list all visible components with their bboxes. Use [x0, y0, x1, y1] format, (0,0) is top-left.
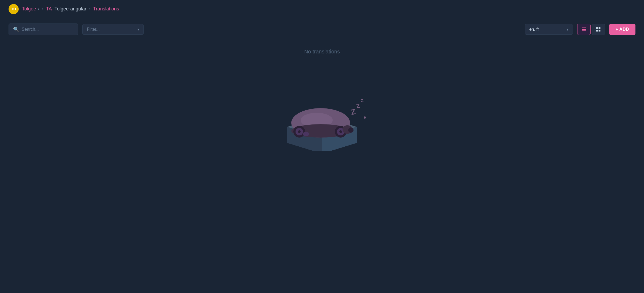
- org-breadcrumb[interactable]: Tolgee ▾: [22, 6, 39, 12]
- svg-text:Z: Z: [360, 98, 364, 103]
- svg-point-16: [298, 130, 301, 133]
- empty-state-text: No translations: [304, 49, 340, 55]
- org-dropdown-icon: ▾: [38, 7, 39, 11]
- list-icon: [581, 27, 587, 32]
- sleeping-robot-svg: Z Z Z: [253, 65, 391, 151]
- breadcrumb: Tolgee ▾ › TA Tolgee-angular › Translati…: [22, 6, 119, 12]
- view-toggle-group: [577, 24, 605, 35]
- svg-rect-3: [596, 27, 598, 29]
- header: TO Tolgee ▾ › TA Tolgee-angular › Transl…: [0, 0, 644, 18]
- language-selector[interactable]: en, fr ▾: [525, 24, 573, 35]
- project-avatar[interactable]: TA: [46, 6, 52, 12]
- search-icon: 🔍: [13, 26, 19, 32]
- current-page-breadcrumb: Translations: [93, 6, 119, 12]
- svg-text:Z: Z: [356, 102, 361, 110]
- svg-point-21: [348, 127, 354, 133]
- svg-point-19: [339, 130, 342, 133]
- svg-rect-1: [582, 29, 586, 30]
- add-button[interactable]: + ADD: [609, 24, 635, 35]
- svg-rect-2: [582, 30, 586, 31]
- svg-rect-5: [596, 30, 598, 32]
- filter-label: Filter...: [87, 27, 135, 32]
- breadcrumb-separator-2: ›: [89, 7, 90, 11]
- breadcrumb-separator-1: ›: [42, 7, 43, 11]
- language-value: en, fr: [529, 27, 564, 32]
- empty-state-illustration: Z Z Z: [253, 65, 391, 151]
- main-content: No translations: [0, 41, 644, 151]
- svg-point-22: [303, 132, 309, 136]
- svg-rect-0: [582, 28, 586, 28]
- svg-rect-6: [599, 30, 600, 32]
- search-box[interactable]: 🔍: [9, 24, 78, 35]
- toolbar: 🔍 Filter... ▾ en, fr ▾ + ADD: [0, 18, 644, 41]
- svg-text:Z: Z: [350, 107, 356, 116]
- user-avatar[interactable]: TO: [9, 4, 19, 14]
- project-breadcrumb[interactable]: Tolgee-angular: [55, 6, 86, 12]
- language-chevron-icon: ▾: [567, 27, 568, 32]
- filter-chevron-icon: ▾: [137, 27, 139, 32]
- filter-dropdown[interactable]: Filter... ▾: [82, 24, 144, 35]
- search-input[interactable]: [22, 27, 73, 32]
- svg-point-26: [364, 116, 366, 119]
- grid-view-button[interactable]: [592, 24, 605, 35]
- project-avatar-badge: TA: [46, 6, 52, 12]
- grid-icon: [596, 27, 601, 32]
- list-view-button[interactable]: [577, 24, 591, 35]
- svg-rect-4: [599, 27, 600, 29]
